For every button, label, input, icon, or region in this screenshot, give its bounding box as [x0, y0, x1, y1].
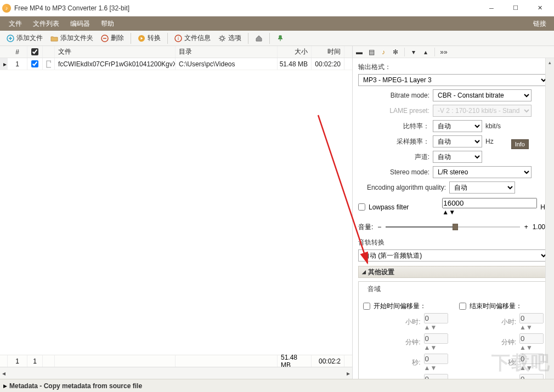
side-toolbar: ▬ ▤ ♪ ✻ ▾ ▴ »» [353, 46, 554, 58]
gear-tab-icon[interactable]: ✻ [391, 48, 400, 56]
lowpass-checkbox[interactable] [358, 203, 365, 211]
volume-slider[interactable] [386, 221, 519, 232]
samplerate-select[interactable]: 自动 [433, 135, 482, 147]
foot-count1: 1 [8, 355, 27, 367]
menu-link[interactable]: 链接 [529, 19, 551, 29]
start-offset-checkbox[interactable] [363, 303, 370, 310]
collapse-up-icon[interactable]: ▴ [421, 48, 430, 56]
end-offset-label: 结束时间偏移量： [470, 302, 522, 311]
add-file-button[interactable]: 添加文件 [3, 32, 46, 45]
pin-button[interactable] [273, 32, 287, 45]
bitrate-select[interactable]: 自动 [433, 120, 482, 132]
other-settings-header[interactable]: ◢ 其他设置 [358, 266, 549, 278]
music-tab-icon[interactable]: ♪ [379, 48, 388, 56]
separator [131, 33, 131, 44]
scroll-left-icon[interactable]: ◂ [0, 370, 8, 377]
row-check[interactable] [31, 60, 38, 67]
menu-help[interactable]: 帮助 [95, 16, 120, 31]
convert-button[interactable]: 转换 [134, 32, 164, 45]
start-hours [424, 313, 448, 323]
maximize-button[interactable]: ☐ [504, 1, 528, 16]
foot-count2: 1 [27, 355, 43, 367]
foot-size: 51.48 MB [278, 355, 312, 367]
triangle-icon: ▶ [3, 383, 7, 389]
end-minutes [519, 333, 544, 344]
minimize-button[interactable]: ─ [479, 1, 504, 16]
col-num[interactable]: # [8, 46, 27, 58]
lowpass-value[interactable] [442, 198, 537, 208]
samplerate-label: 采样频率： [358, 137, 429, 146]
options-button[interactable]: 选项 [215, 32, 245, 45]
bitrate-label: 比特率： [358, 122, 429, 131]
end-offset-checkbox[interactable] [459, 303, 466, 310]
menu-filelist[interactable]: 文件列表 [27, 16, 65, 31]
separator [248, 33, 248, 44]
status-text: Metadata - Copy metadata from source fil… [9, 382, 142, 390]
collapse-down-icon[interactable]: ▾ [409, 48, 418, 56]
bitrate-mode-label: Bitrate mode: [358, 92, 429, 99]
start-millisec [424, 374, 448, 379]
info-badge: Info [511, 139, 529, 149]
col-icon [43, 46, 55, 58]
col-size[interactable]: 大小 [278, 46, 312, 58]
bitrate-unit: kbit/s [485, 122, 501, 130]
menu-file[interactable]: 文件 [3, 16, 27, 31]
scroll-up-icon[interactable]: ▴ [546, 58, 554, 67]
side-scrollbar[interactable]: ▴ [545, 58, 554, 379]
delete-button[interactable]: 删除 [98, 32, 127, 45]
output-format-select[interactable]: MP3 - MPEG-1 Layer 3 [358, 74, 549, 86]
stereo-mode-select[interactable]: L/R stereo [433, 166, 532, 178]
home-icon [255, 35, 263, 42]
row-arrow: ▸ [0, 58, 8, 70]
lowpass-spin[interactable]: ▲▼ [442, 198, 537, 216]
audio-track-select[interactable]: 自动 (第一音频轨道) [358, 249, 549, 262]
scroll-right-icon[interactable]: ▸ [344, 370, 352, 377]
channels-select[interactable]: 自动 [433, 151, 482, 163]
home-button[interactable] [252, 32, 266, 45]
volume-plus[interactable]: + [524, 223, 528, 231]
col-time[interactable]: 时间 [312, 46, 344, 58]
table-body: ▸ 1 fcCWIEkdIx07CFrP1wGk01041200KgvX... … [0, 58, 352, 355]
file-info-button[interactable]: i 文件信息 [171, 32, 214, 45]
hours-label: 小时: [405, 317, 420, 327]
file-info-label: 文件信息 [184, 33, 211, 43]
spin-down-icon[interactable]: ▼ [449, 208, 455, 216]
end-millisec [519, 374, 544, 379]
add-file-icon [7, 35, 14, 42]
close-button[interactable]: ✕ [528, 1, 552, 16]
info-icon: i [174, 35, 182, 42]
add-folder-button[interactable]: 添加文件夹 [47, 32, 97, 45]
start-minutes [424, 333, 448, 344]
volume-minus[interactable]: − [377, 223, 381, 231]
convert-label: 转换 [148, 33, 161, 43]
bitrate-mode-select[interactable]: CBR - Constant bitrate [433, 89, 532, 101]
row-dir: C:\Users\pc\Videos [176, 58, 278, 70]
samplerate-unit: Hz [485, 138, 494, 145]
delete-label: 删除 [111, 33, 124, 43]
col-check[interactable] [27, 46, 43, 58]
channels-label: 声道: [358, 152, 429, 162]
end-hours [519, 313, 544, 323]
play-icon [138, 35, 145, 42]
toolbar: 添加文件 添加文件夹 删除 转换 i 文件信息 选项 [0, 31, 554, 46]
folder-tab-icon[interactable]: ▬ [355, 48, 364, 56]
side-content: 输出格式： MP3 - MPEG-1 Layer 3 Bitrate mode:… [353, 58, 554, 379]
doc-tab-icon[interactable]: ▤ [367, 48, 376, 56]
file-icon [43, 58, 55, 70]
col-file[interactable]: 文件 [55, 46, 176, 58]
delete-icon [101, 35, 109, 42]
pin-icon [276, 35, 284, 42]
col-dir[interactable]: 目录 [176, 46, 278, 58]
col-arrow [0, 46, 8, 58]
table-row[interactable]: ▸ 1 fcCWIEkdIx07CFrP1wGk01041200KgvX... … [0, 58, 352, 70]
audio-track-label: 音轨转换 [358, 238, 549, 247]
range-legend: 音域 [365, 285, 383, 294]
enc-quality-select[interactable]: 自动 [449, 181, 515, 194]
more-icon[interactable]: »» [439, 48, 448, 56]
spin-up-icon[interactable]: ▲ [442, 208, 449, 216]
triangle-down-icon: ◢ [362, 269, 366, 275]
menu-encoder[interactable]: 编码器 [65, 16, 95, 31]
window-title: Free MP4 to MP3 Converter 1.6 [32-bit] [14, 4, 479, 12]
enc-quality-label: Encoding algorithm quality: [358, 184, 446, 191]
check-all[interactable] [31, 48, 38, 55]
